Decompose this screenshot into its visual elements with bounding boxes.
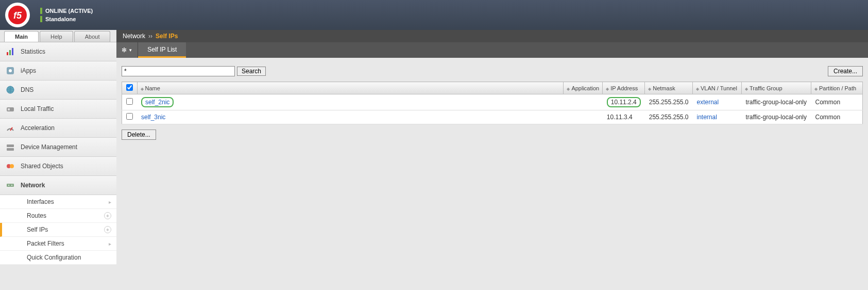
row-ip: 10.11.3.4 [607,114,633,121]
subnav-label: Quick Configuration [27,254,81,261]
sidebar-item-label: iApps [21,67,36,74]
sidebar-item-label: Acceleration [21,124,55,132]
delete-button[interactable]: Delete... [122,130,156,140]
row-vlan-link[interactable]: internal [697,114,717,121]
globe-icon [5,85,15,95]
status-indicator-icon [40,16,42,22]
local-traffic-icon [5,104,15,114]
svg-point-16 [8,185,9,186]
breadcrumb-current: Self IPs [156,33,178,40]
sidebar-item-local-traffic[interactable]: Local Traffic [0,100,116,119]
row-netmask: 255.255.255.0 [645,110,693,124]
sidebar-item-shared-objects[interactable]: Shared Objects [0,157,116,176]
tab-help[interactable]: Help [40,31,73,42]
breadcrumb-root[interactable]: Network [123,33,145,40]
sort-icon: ◆ [745,87,748,91]
sidebar-item-iapps[interactable]: iApps [0,61,116,80]
iapps-icon [5,66,15,76]
plus-icon[interactable]: + [104,226,111,233]
subnav-label: Interfaces [27,198,54,205]
sidebar-item-label: Network [21,182,45,189]
network-subnav: Interfaces▸ Routes+ Self IPs+ Packet Fil… [0,195,116,265]
col-partition[interactable]: ◆Partition / Path [811,82,863,94]
col-netmask[interactable]: ◆Netmask [645,82,693,94]
subnav-label: Self IPs [27,226,48,233]
caret-down-icon: ▼ [128,48,132,53]
sidebar-item-device-management[interactable]: Device Management [0,138,116,157]
svg-rect-2 [7,52,8,55]
table-row: self_3nic10.11.3.4255.255.255.0internalt… [122,110,863,124]
sort-icon: ◆ [648,87,651,91]
subnav-packet-filters[interactable]: Packet Filters▸ [0,237,116,251]
row-vlan-link[interactable]: external [697,99,719,106]
sidebar-item-label: Statistics [21,48,45,55]
status-indicator-icon [40,8,42,14]
sidebar: Main Help About Statistics iApps DNS Loc… [0,30,116,288]
search-button[interactable]: Search [237,67,266,76]
subtab-bar: ✻ ▼ Self IP List [116,42,868,58]
row-checkbox[interactable] [126,98,133,105]
row-partition: Common [811,94,863,110]
device-icon [5,142,15,152]
svg-rect-4 [12,48,13,55]
select-all-checkbox[interactable] [126,84,133,91]
col-application[interactable]: ◆Application [564,82,603,94]
row-checkbox[interactable] [126,113,133,120]
svg-text:f5: f5 [13,10,22,21]
tab-about[interactable]: About [74,31,111,42]
table-row: self_2nic10.11.2.4255.255.255.0externalt… [122,94,863,110]
svg-point-14 [10,164,14,168]
col-ip[interactable]: ◆IP Address [603,82,645,94]
sidebar-item-label: Shared Objects [21,163,63,170]
select-all-header [122,82,138,94]
top-tabs: Main Help About [0,30,116,42]
subnav-label: Routes [27,212,46,219]
sidebar-item-statistics[interactable]: Statistics [0,42,116,61]
content-area: Network ›› Self IPs ✻ ▼ Self IP List Sea… [116,30,868,288]
col-traffic-group[interactable]: ◆Traffic Group [742,82,811,94]
chevron-right-icon: ▸ [109,199,111,205]
subnav-routes[interactable]: Routes+ [0,209,116,223]
svg-rect-9 [8,108,10,110]
sort-icon: ◆ [567,87,570,91]
subtab-self-ip-list[interactable]: Self IP List [138,42,186,58]
sidebar-item-label: DNS [21,86,33,93]
svg-rect-12 [7,148,14,151]
subnav-quick-config[interactable]: Quick Configuration [0,251,116,265]
subnav-self-ips[interactable]: Self IPs+ [0,223,116,237]
row-traffic-group: traffic-group-local-only [742,110,811,124]
sidebar-item-label: Device Management [21,143,77,151]
network-icon [5,180,15,190]
svg-rect-3 [9,50,11,55]
sort-icon: ◆ [696,87,699,91]
f5-logo: f5 [5,3,30,27]
search-input[interactable] [122,66,235,76]
sidebar-item-dns[interactable]: DNS [0,80,116,100]
svg-point-17 [11,185,12,186]
sidebar-item-network[interactable]: Network [0,176,116,195]
subnav-interfaces[interactable]: Interfaces▸ [0,195,116,209]
col-vlan[interactable]: ◆VLAN / Tunnel [693,82,742,94]
gear-menu-button[interactable]: ✻ ▼ [116,42,138,58]
row-application [564,110,603,124]
plus-icon[interactable]: + [104,212,111,219]
gear-icon: ✻ [122,46,127,54]
svg-rect-15 [7,184,14,187]
row-name-link[interactable]: self_3nic [141,114,165,121]
svg-rect-11 [7,144,14,147]
breadcrumb: Network ›› Self IPs [116,30,868,42]
row-traffic-group: traffic-group-local-only [742,94,811,110]
sort-icon: ◆ [141,87,144,91]
svg-point-6 [9,69,12,72]
col-name[interactable]: ◆Name [137,82,564,94]
row-netmask: 255.255.255.0 [645,94,693,110]
row-application [564,94,603,110]
sidebar-item-acceleration[interactable]: Acceleration [0,119,116,138]
create-button[interactable]: Create... [828,66,863,76]
shared-icon [5,161,15,171]
header-bar: f5 ONLINE (ACTIVE) Standalone [0,0,868,30]
tab-main[interactable]: Main [4,31,39,42]
row-name-link[interactable]: self_2nic [141,97,174,107]
status-sub: Standalone [45,16,76,22]
sort-icon: ◆ [814,87,818,91]
